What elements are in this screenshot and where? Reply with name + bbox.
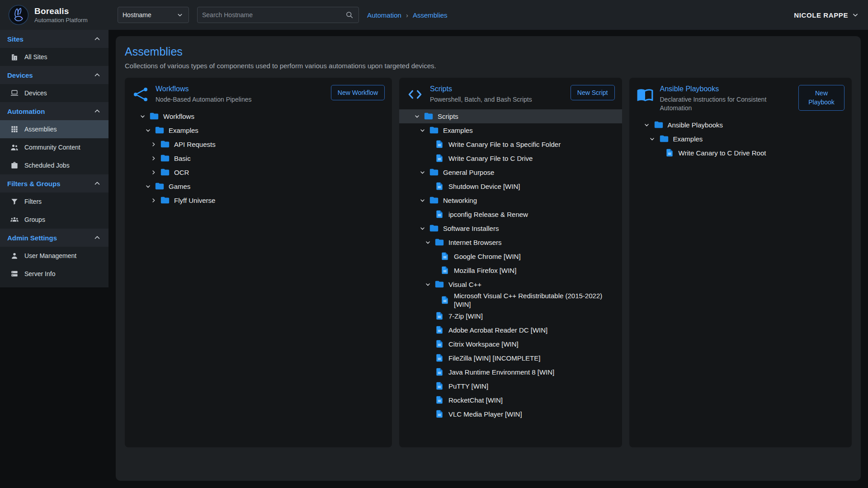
tree-item-label: Games	[169, 182, 190, 191]
chevron-down-icon[interactable]	[417, 125, 427, 135]
new-script-button[interactable]: New Script	[571, 85, 615, 100]
tree-item-label: Citrix Workspace [WIN]	[448, 340, 519, 349]
tree-file-java-runtime-environment-8-win[interactable]: Java Runtime Environment 8 [WIN]	[399, 365, 622, 379]
chevron-down-icon[interactable]	[642, 120, 652, 130]
chevron-down-icon[interactable]	[412, 111, 422, 121]
tree-folder-basic[interactable]: Basic	[125, 151, 392, 165]
sidebar-item-user-management[interactable]: User Management	[0, 247, 108, 265]
playbooks-tree: Ansible PlaybooksExamplesWrite Canary to…	[629, 118, 852, 160]
chevron-down-icon[interactable]	[137, 111, 147, 121]
tree-file-shutdown-device-win[interactable]: Shutdown Device [WIN]	[399, 179, 622, 193]
file-icon	[440, 265, 450, 275]
cards-row: Workflows Node-Based Automation Pipeline…	[125, 78, 852, 447]
tree-folder-ocr[interactable]: OCR	[125, 165, 392, 179]
file-icon	[434, 353, 444, 363]
sidebar-item-filters[interactable]: Filters	[0, 192, 108, 211]
file-icon	[665, 148, 675, 158]
sidebar-section-devices[interactable]: Devices	[0, 66, 108, 84]
chevron-down-icon[interactable]	[417, 195, 427, 205]
tree-file-microsoft-visual-c-redistributable-2015-2022-win[interactable]: Microsoft Visual C++ Redistributable (20…	[399, 291, 622, 309]
chevron-spacer	[423, 209, 433, 219]
tree-folder-examples[interactable]: Examples	[399, 123, 622, 137]
tree-item-label: Networking	[443, 196, 477, 205]
sidebar-item-server-info[interactable]: Server Info	[0, 265, 108, 283]
hostname-dropdown[interactable]: Hostname	[118, 7, 189, 23]
tree-file-ipconfig-release-renew[interactable]: ipconfig Release & Renew	[399, 207, 622, 221]
chevron-right-icon[interactable]	[148, 195, 158, 205]
search-input[interactable]	[202, 11, 345, 19]
breadcrumb-automation[interactable]: Automation	[367, 11, 401, 19]
chevron-down-icon[interactable]	[423, 237, 433, 247]
user-menu[interactable]: NICOLE RAPPE	[794, 10, 860, 19]
tree-file-adobe-acrobat-reader-dc-win[interactable]: Adobe Acrobat Reader DC [WIN]	[399, 323, 622, 337]
brand-subtitle: Automation Platform	[34, 17, 88, 23]
sidebar-item-all-sites[interactable]: All Sites	[0, 48, 108, 66]
breadcrumb-assemblies[interactable]: Assemblies	[413, 11, 448, 19]
chevron-spacer	[423, 395, 433, 405]
tree-item-label: Software Installers	[443, 224, 499, 233]
sidebar-item-devices[interactable]: Devices	[0, 84, 108, 102]
filter-icon	[10, 197, 19, 206]
sidebar-section-filters-groups[interactable]: Filters & Groups	[0, 174, 108, 192]
search-icon[interactable]	[345, 10, 354, 19]
tree-folder-games[interactable]: Games	[125, 179, 392, 193]
chevron-down-icon[interactable]	[417, 223, 427, 233]
chevron-down-icon[interactable]	[143, 181, 153, 191]
tree-item-label: 7-Zip [WIN]	[448, 312, 483, 321]
tree-file-write-canary-to-c-drive-root[interactable]: Write Canary to C Drive Root	[629, 146, 852, 160]
tree-file-write-canary-file-to-a-specific-folder[interactable]: Write Canary File to a Specific Folder	[399, 137, 622, 151]
chevron-right-icon[interactable]	[148, 153, 158, 163]
search-box[interactable]	[197, 7, 359, 23]
building-icon	[10, 52, 19, 61]
tree-folder-software-installers[interactable]: Software Installers	[399, 221, 622, 235]
tree-file-7-zip-win[interactable]: 7-Zip [WIN]	[399, 309, 622, 323]
tree-file-rocketchat-win[interactable]: RocketChat [WIN]	[399, 393, 622, 407]
file-icon	[440, 295, 450, 305]
tree-folder-examples[interactable]: Examples	[629, 132, 852, 146]
sidebar-item-assemblies[interactable]: Assemblies	[0, 120, 108, 138]
tree-item-label: Examples	[443, 126, 473, 135]
sidebar-item-scheduled-jobs[interactable]: Scheduled Jobs	[0, 156, 108, 174]
tree-file-google-chrome-win[interactable]: Google Chrome [WIN]	[399, 249, 622, 263]
sidebar-item-community-content[interactable]: Community Content	[0, 138, 108, 156]
tree-folder-ansible-playbooks[interactable]: Ansible Playbooks	[629, 118, 852, 132]
tree-item-label: Microsoft Visual C++ Redistributable (20…	[454, 291, 616, 309]
tree-file-putty-win[interactable]: PuTTY [WIN]	[399, 379, 622, 393]
tree-file-filezilla-win-incomplete[interactable]: FileZilla [WIN] [INCOMPLETE]	[399, 351, 622, 365]
new-playbook-button[interactable]: New Playbook	[798, 85, 844, 111]
tree-folder-scripts[interactable]: Scripts	[399, 109, 622, 123]
tree-folder-examples[interactable]: Examples	[125, 123, 392, 137]
sidebar-item-groups[interactable]: Groups	[0, 211, 108, 229]
tree-file-mozilla-firefox-win[interactable]: Mozilla Firefox [WIN]	[399, 263, 622, 277]
chevron-right-icon[interactable]	[148, 167, 158, 177]
sidebar-section-automation[interactable]: Automation	[0, 102, 108, 120]
tree-folder-networking[interactable]: Networking	[399, 193, 622, 207]
tree-file-vlc-media-player-win[interactable]: VLC Media Player [WIN]	[399, 407, 622, 421]
breadcrumb: Automation › Assemblies	[367, 11, 448, 19]
folder-icon	[149, 111, 159, 121]
tree-file-write-canary-file-to-c-drive[interactable]: Write Canary File to C Drive	[399, 151, 622, 165]
tree-folder-visual-c[interactable]: Visual C++	[399, 277, 622, 291]
chevron-spacer	[423, 139, 433, 149]
tree-folder-internet-browsers[interactable]: Internet Browsers	[399, 235, 622, 249]
tree-item-label: OCR	[174, 168, 189, 177]
tree-folder-flyff-universe[interactable]: Flyff Universe	[125, 193, 392, 207]
tree-folder-general-purpose[interactable]: General Purpose	[399, 165, 622, 179]
folder-icon	[160, 139, 170, 149]
file-icon	[434, 181, 444, 191]
tree-folder-workflows[interactable]: Workflows	[125, 109, 392, 123]
tree-folder-api-requests[interactable]: API Requests	[125, 137, 392, 151]
chevron-down-icon[interactable]	[647, 134, 657, 144]
breadcrumb-separator: ›	[406, 11, 408, 19]
chevron-down-icon[interactable]	[143, 125, 153, 135]
sidebar-section-admin-settings[interactable]: Admin Settings	[0, 229, 108, 247]
sidebar-item-label: Filters	[24, 198, 42, 205]
chevron-right-icon[interactable]	[148, 139, 158, 149]
new-workflow-button[interactable]: New Workflow	[331, 85, 385, 100]
tree-item-label: Visual C++	[448, 280, 481, 289]
sidebar-section-sites[interactable]: Sites	[0, 30, 108, 48]
workflows-tree: WorkflowsExamplesAPI RequestsBasicOCRGam…	[125, 109, 392, 207]
chevron-down-icon[interactable]	[423, 279, 433, 289]
tree-file-citrix-workspace-win[interactable]: Citrix Workspace [WIN]	[399, 337, 622, 351]
chevron-down-icon[interactable]	[417, 167, 427, 177]
